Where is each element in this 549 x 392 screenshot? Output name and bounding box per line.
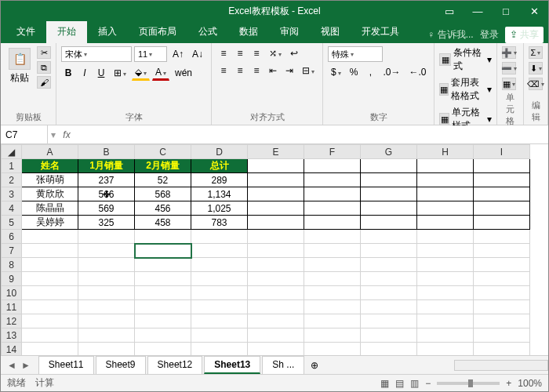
- cell[interactable]: [248, 343, 304, 356]
- cell[interactable]: [248, 187, 304, 201]
- insert-cell-icon[interactable]: ➕: [502, 46, 516, 59]
- cell[interactable]: [191, 244, 248, 258]
- row-header[interactable]: 11: [2, 300, 22, 314]
- cell[interactable]: [417, 187, 474, 201]
- cell[interactable]: [361, 201, 417, 216]
- col-header[interactable]: D: [191, 145, 248, 159]
- orientation-icon[interactable]: ⤮: [266, 46, 285, 60]
- indent-inc-icon[interactable]: ⇥: [282, 64, 296, 78]
- cell[interactable]: [361, 300, 417, 314]
- cell[interactable]: [474, 272, 530, 286]
- row-header[interactable]: 2: [2, 173, 22, 187]
- sheet-tab[interactable]: Sheet13: [204, 356, 260, 374]
- tab-formulas[interactable]: 公式: [187, 20, 228, 43]
- cell[interactable]: [191, 230, 248, 244]
- row-header[interactable]: 10: [2, 286, 22, 300]
- copy-icon[interactable]: ⧉: [37, 61, 51, 74]
- cell[interactable]: [248, 216, 304, 230]
- cut-icon[interactable]: ✂: [37, 46, 51, 59]
- cell[interactable]: [361, 272, 417, 286]
- col-header[interactable]: F: [304, 145, 361, 159]
- cell[interactable]: [474, 159, 530, 173]
- fill-color-button[interactable]: ⬙: [132, 65, 150, 81]
- cell[interactable]: [191, 328, 248, 343]
- cell[interactable]: [304, 314, 361, 328]
- cell[interactable]: [361, 286, 417, 300]
- font-select[interactable]: 宋体: [61, 46, 132, 62]
- cell[interactable]: [135, 300, 191, 314]
- cell[interactable]: [304, 201, 361, 216]
- sheet-tab[interactable]: Sh ...: [262, 356, 304, 374]
- cell[interactable]: [474, 230, 530, 244]
- tab-layout[interactable]: 页面布局: [128, 20, 187, 43]
- col-header[interactable]: C: [135, 145, 191, 159]
- align-mid-icon[interactable]: ≡: [233, 46, 247, 60]
- zoom-out-icon[interactable]: −: [425, 378, 431, 389]
- table-format-button[interactable]: ▦套用表格格式▾: [439, 76, 491, 103]
- tell-me[interactable]: ♀ 告诉我...: [427, 28, 473, 42]
- cell[interactable]: [474, 187, 530, 201]
- cell[interactable]: [417, 258, 474, 272]
- cell[interactable]: [248, 314, 304, 328]
- cell[interactable]: [474, 258, 530, 272]
- fx-icon[interactable]: fx: [59, 129, 75, 140]
- cell[interactable]: [304, 244, 361, 258]
- cell[interactable]: [361, 187, 417, 201]
- currency-icon[interactable]: $: [328, 65, 344, 79]
- cell[interactable]: [191, 272, 248, 286]
- format-cell-icon[interactable]: ▦: [502, 78, 516, 90]
- maximize-icon[interactable]: □: [492, 1, 520, 21]
- cell[interactable]: [22, 300, 78, 314]
- cell[interactable]: [304, 187, 361, 201]
- col-header[interactable]: G: [361, 145, 417, 159]
- view-break-icon[interactable]: ▥: [410, 378, 419, 389]
- cell[interactable]: 456: [135, 201, 191, 216]
- comma-icon[interactable]: ,: [363, 65, 377, 79]
- cell[interactable]: [248, 230, 304, 244]
- cell[interactable]: [304, 300, 361, 314]
- merge-button[interactable]: ⊟: [299, 64, 318, 78]
- cell[interactable]: [135, 286, 191, 300]
- cell[interactable]: 569: [78, 201, 135, 216]
- cell[interactable]: [22, 244, 78, 258]
- cell[interactable]: [78, 300, 135, 314]
- cell[interactable]: 566: [78, 187, 135, 201]
- cell[interactable]: [417, 343, 474, 356]
- number-format-select[interactable]: 特殊: [328, 46, 383, 62]
- cell[interactable]: [135, 258, 191, 272]
- cell[interactable]: [191, 300, 248, 314]
- cell[interactable]: [248, 286, 304, 300]
- cell[interactable]: [474, 216, 530, 230]
- cell[interactable]: [22, 328, 78, 343]
- cell[interactable]: [78, 328, 135, 343]
- row-header[interactable]: 6: [2, 230, 22, 244]
- cell[interactable]: [78, 258, 135, 272]
- cell[interactable]: [22, 230, 78, 244]
- minimize-icon[interactable]: —: [464, 1, 492, 21]
- cell[interactable]: 783: [191, 216, 248, 230]
- cell[interactable]: [417, 314, 474, 328]
- cell[interactable]: [304, 286, 361, 300]
- row-header[interactable]: 14: [2, 343, 22, 356]
- cell[interactable]: [304, 216, 361, 230]
- col-header[interactable]: B: [78, 145, 135, 159]
- row-header[interactable]: 4: [2, 201, 22, 216]
- tab-file[interactable]: 文件: [5, 20, 46, 43]
- cell[interactable]: [78, 272, 135, 286]
- cell[interactable]: [417, 286, 474, 300]
- cell[interactable]: [304, 343, 361, 356]
- autosum-icon[interactable]: Σ: [529, 46, 543, 59]
- italic-button[interactable]: I: [78, 66, 92, 80]
- cell[interactable]: 1,025: [191, 201, 248, 216]
- format-painter-icon[interactable]: 🖌: [37, 76, 51, 89]
- cell[interactable]: [22, 286, 78, 300]
- cell[interactable]: [417, 230, 474, 244]
- cell[interactable]: [474, 328, 530, 343]
- cell[interactable]: [135, 314, 191, 328]
- cell[interactable]: [474, 201, 530, 216]
- cell[interactable]: [248, 300, 304, 314]
- cell[interactable]: [417, 173, 474, 187]
- select-all[interactable]: ◢: [2, 145, 22, 159]
- col-header[interactable]: H: [417, 145, 474, 159]
- signin[interactable]: 登录: [480, 28, 499, 42]
